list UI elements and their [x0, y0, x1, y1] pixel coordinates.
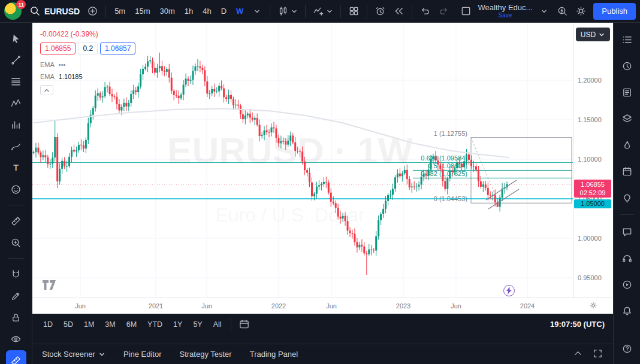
- chat-panel-button[interactable]: [617, 222, 636, 241]
- timeframe-5m[interactable]: 5m: [110, 4, 129, 19]
- price-axis[interactable]: USD 1.20000 1.15000 1.10000 1.05000 1.00…: [573, 23, 613, 298]
- fib-retracement-tool[interactable]: [6, 71, 26, 92]
- range-1d[interactable]: 1D: [38, 317, 58, 332]
- layout-menu-button[interactable]: [536, 3, 553, 20]
- timeframe-1w-active[interactable]: W: [232, 4, 247, 19]
- redo-button[interactable]: [435, 3, 452, 20]
- range-5d[interactable]: 5D: [59, 317, 78, 332]
- news-panel-button[interactable]: [617, 83, 636, 102]
- bar-replay-button[interactable]: [390, 3, 407, 20]
- alerts-panel-button[interactable]: [617, 56, 636, 75]
- layout-grid-button[interactable]: [345, 3, 363, 20]
- tab-strategy-tester[interactable]: Strategy Tester: [179, 350, 231, 359]
- utc-clock[interactable]: 19:07:50 (UTC): [550, 320, 607, 329]
- toolbar-separator: [412, 5, 412, 18]
- timeframe-1d[interactable]: D: [217, 4, 231, 19]
- bell-icon: [621, 305, 633, 317]
- tab-stock-screener[interactable]: Stock Screener: [42, 350, 105, 359]
- projection-tool[interactable]: [6, 114, 26, 135]
- tutorials-button[interactable]: [617, 275, 636, 294]
- layout-select-button[interactable]: [457, 3, 475, 20]
- undo-button[interactable]: [416, 3, 434, 20]
- drawing-toolbar: T: [0, 23, 32, 364]
- pencil-icon: [10, 290, 22, 302]
- timeframe-1h[interactable]: 1h: [180, 4, 197, 19]
- panel-open-button[interactable]: [572, 348, 584, 361]
- indicators-button[interactable]: [310, 3, 336, 20]
- xabcd-pattern-icon: [10, 98, 22, 109]
- chevron-down-icon: [598, 31, 605, 38]
- currency-dropdown[interactable]: USD: [576, 28, 610, 41]
- chevron-down-icon: [326, 8, 333, 15]
- toolbar-separator: [231, 318, 231, 331]
- tab-pine-editor[interactable]: Pine Editor: [123, 350, 162, 359]
- chart-style-button[interactable]: [274, 3, 301, 20]
- bottom-panel-tabs: Stock Screener Pine Editor Strategy Test…: [32, 344, 613, 364]
- toolbar-divider: [8, 205, 24, 205]
- measure-tool[interactable]: [6, 211, 26, 231]
- tab-trading-panel[interactable]: Trading Panel: [250, 350, 298, 359]
- object-tree-button[interactable]: [617, 109, 636, 128]
- magnet-tool[interactable]: [6, 264, 26, 284]
- timeframe-15m[interactable]: 15m: [131, 4, 154, 19]
- panel-maximize-button[interactable]: [592, 348, 603, 361]
- range-all[interactable]: All: [209, 317, 227, 332]
- hotlists-button[interactable]: [617, 135, 636, 154]
- timeframe-menu-button[interactable]: [249, 3, 265, 20]
- calendar-panel-button[interactable]: [617, 162, 636, 181]
- layout-name-button[interactable]: Wealthy Educ... Save: [476, 4, 535, 19]
- range-6m[interactable]: 6M: [122, 317, 141, 332]
- trend-line-tool[interactable]: [6, 50, 26, 70]
- app-logo[interactable]: 11: [4, 2, 22, 20]
- lock-icon: [10, 312, 22, 323]
- ideas-panel-button[interactable]: [617, 188, 636, 207]
- range-3m[interactable]: 3M: [100, 317, 120, 332]
- support-button[interactable]: [617, 248, 636, 268]
- hide-all-tool[interactable]: [6, 329, 26, 349]
- zoom-tool[interactable]: [6, 232, 26, 253]
- time-axis[interactable]: Jun 2021 Jun 2022 Jun 2023 Jun 2024: [32, 298, 613, 314]
- brush-icon: [10, 141, 22, 152]
- panel-resize-handle[interactable]: [32, 335, 613, 344]
- publish-button[interactable]: Publish: [593, 3, 636, 20]
- range-1y[interactable]: 1Y: [168, 317, 187, 332]
- chart-column: EURUSD · 1WEuro / U.S. Dollar1 (1.12755)…: [32, 23, 613, 364]
- active-drawing-tool[interactable]: [6, 350, 26, 364]
- symbol-search-button[interactable]: EURUSD: [26, 3, 83, 20]
- chart-plot-area[interactable]: EURUSD · 1WEuro / U.S. Dollar1 (1.12755)…: [32, 23, 573, 298]
- quick-action-bolt-button[interactable]: [503, 285, 515, 296]
- notifications-button[interactable]: [617, 301, 636, 320]
- goto-date-button[interactable]: [236, 316, 253, 333]
- axis-settings-button[interactable]: [589, 301, 597, 311]
- alert-button[interactable]: [372, 3, 389, 20]
- text-icon: T: [10, 162, 22, 174]
- search-icon: [29, 5, 41, 17]
- drawing-mode-tool[interactable]: [6, 286, 26, 306]
- cursor-tool[interactable]: [6, 28, 26, 48]
- text-tool[interactable]: T: [6, 157, 26, 178]
- range-1m[interactable]: 1M: [79, 317, 99, 332]
- compare-add-button[interactable]: [84, 3, 101, 20]
- chart-settings-button[interactable]: [572, 3, 590, 20]
- save-link[interactable]: Save: [499, 12, 512, 19]
- range-ytd[interactable]: YTD: [143, 317, 167, 332]
- ask-price-box: 1.06857: [100, 43, 135, 54]
- quick-search-button[interactable]: [554, 3, 571, 20]
- lightbulb-icon: [621, 192, 633, 204]
- range-5y[interactable]: 5Y: [188, 317, 207, 332]
- pattern-tool[interactable]: [6, 93, 26, 113]
- brush-tool[interactable]: [6, 136, 26, 156]
- zoom-in-icon: [10, 237, 22, 248]
- ema-legend-row[interactable]: EMA •••: [40, 61, 135, 68]
- emoji-tool[interactable]: [6, 179, 26, 199]
- help-button[interactable]: [617, 339, 636, 358]
- watchlist-panel-button[interactable]: [617, 30, 636, 49]
- ema-legend-row[interactable]: EMA 1.10185: [40, 73, 135, 80]
- legend-collapse-button[interactable]: [40, 85, 53, 95]
- gear-icon: [589, 301, 597, 310]
- timeframe-4h[interactable]: 4h: [198, 4, 215, 19]
- timeframe-30m[interactable]: 30m: [155, 4, 179, 19]
- lock-all-tool[interactable]: [6, 307, 26, 327]
- svg-text:0.618 (1.09584): 0.618 (1.09584): [421, 154, 467, 162]
- tradingview-watermark-logo[interactable]: [42, 280, 58, 293]
